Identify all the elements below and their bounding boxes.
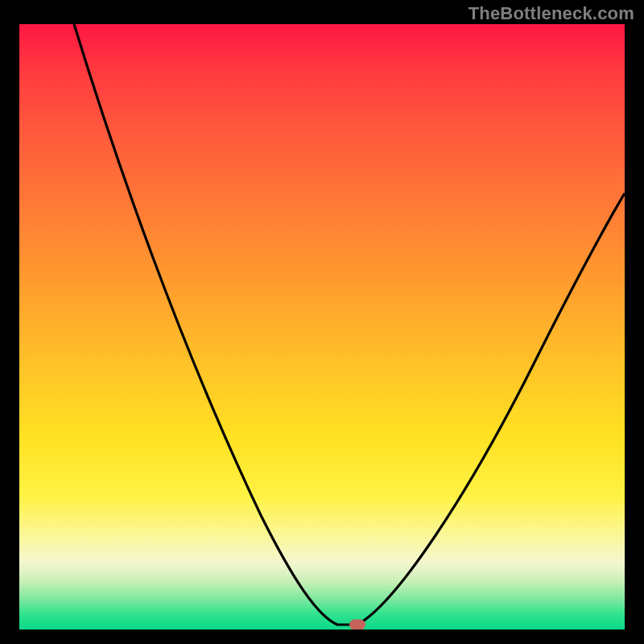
curve-right-branch — [357, 193, 625, 625]
plot-area — [19, 24, 625, 630]
chart-container: TheBottleneck.com — [0, 0, 644, 644]
curve-left-branch — [74, 24, 357, 625]
bottleneck-curve — [19, 24, 625, 630]
watermark-text: TheBottleneck.com — [469, 3, 634, 24]
optimal-marker — [349, 620, 365, 630]
